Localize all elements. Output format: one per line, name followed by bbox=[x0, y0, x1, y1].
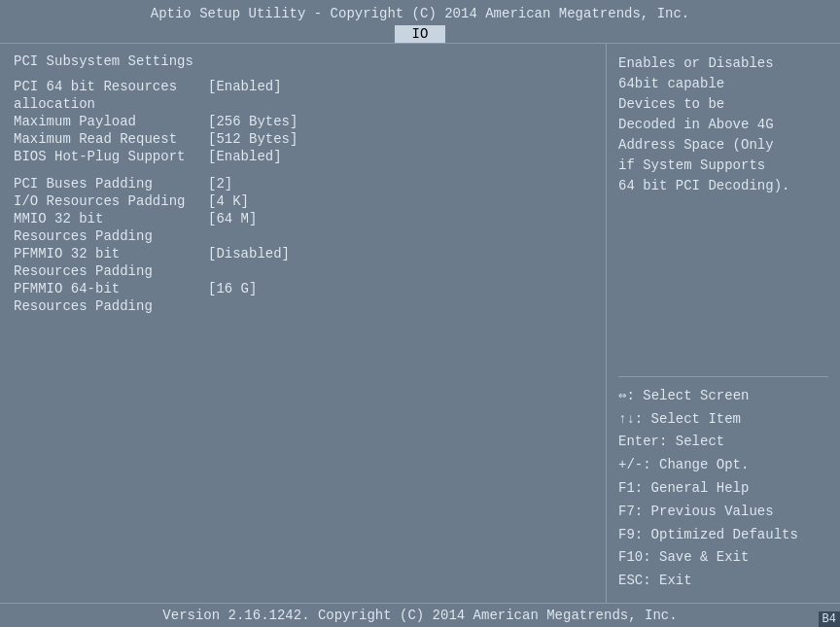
footer: Version 2.16.1242. Copyright (C) 2014 Am… bbox=[0, 603, 840, 627]
setting-row-payload: Maximum Payload [256 Bytes] bbox=[14, 114, 592, 129]
setting-label-mmio32-sub: Resources Padding bbox=[14, 228, 592, 244]
help-text: Enables or Disables 64bit capable Device… bbox=[618, 53, 828, 368]
setting-value-pfmmio32[interactable]: [Disabled] bbox=[208, 246, 290, 261]
setting-row-readreq: Maximum Read Request [512 Bytes] bbox=[14, 131, 592, 147]
shortcut-enter: Enter: Select bbox=[618, 431, 828, 454]
setting-label-pci64: PCI 64 bit Resources bbox=[14, 79, 208, 94]
setting-row-mmio32: MMIO 32 bit [64 M] bbox=[14, 211, 592, 226]
setting-value-mmio32[interactable]: [64 M] bbox=[208, 211, 257, 226]
setting-value-hotplug[interactable]: [Enabled] bbox=[208, 149, 282, 164]
footer-text: Version 2.16.1242. Copyright (C) 2014 Am… bbox=[162, 608, 677, 623]
shortcuts: ⇔: Select Screen ↑↓: Select Item Enter: … bbox=[618, 385, 828, 593]
shortcut-f7: F7: Previous Values bbox=[618, 501, 828, 524]
setting-label-hotplug: BIOS Hot-Plug Support bbox=[14, 149, 208, 164]
setting-row-ioresources: I/O Resources Padding [4 K] bbox=[14, 193, 592, 209]
setting-label-pfmmio64-sub: Resources Padding bbox=[14, 298, 592, 314]
left-panel: PCI Subsystem Settings PCI 64 bit Resour… bbox=[0, 44, 607, 603]
help-line-6: if System Supports bbox=[618, 156, 828, 176]
setting-value-pci64[interactable]: [Enabled] bbox=[208, 79, 282, 94]
help-line-1: Enables or Disables bbox=[618, 53, 828, 74]
header-title: Aptio Setup Utility - Copyright (C) 2014… bbox=[0, 4, 840, 23]
tab-bar: IO bbox=[0, 23, 840, 43]
tab-io[interactable]: IO bbox=[395, 25, 446, 43]
setting-row-hotplug: BIOS Hot-Plug Support [Enabled] bbox=[14, 149, 592, 164]
setting-row-pci64: PCI 64 bit Resources [Enabled] bbox=[14, 79, 592, 94]
setting-row-pfmmio64: PFMMIO 64-bit [16 G] bbox=[14, 281, 592, 296]
shortcut-f10: F10: Save & Exit bbox=[618, 546, 828, 570]
setting-label-pcibuses: PCI Buses Padding bbox=[14, 176, 208, 192]
setting-label-readreq: Maximum Read Request bbox=[14, 131, 208, 147]
setting-label-ioresources: I/O Resources Padding bbox=[14, 193, 208, 209]
setting-value-readreq[interactable]: [512 Bytes] bbox=[208, 131, 298, 147]
help-line-4: Decoded in Above 4G bbox=[618, 115, 828, 135]
setting-row-pfmmio32: PFMMIO 32 bit [Disabled] bbox=[14, 246, 592, 261]
setting-value-pcibuses[interactable]: [2] bbox=[208, 176, 232, 192]
shortcut-f9: F9: Optimized Defaults bbox=[618, 524, 828, 547]
help-line-3: Devices to be bbox=[618, 94, 828, 115]
help-line-2: 64bit capable bbox=[618, 74, 828, 94]
setting-value-ioresources[interactable]: [4 K] bbox=[208, 193, 249, 209]
main-content: PCI Subsystem Settings PCI 64 bit Resour… bbox=[0, 44, 840, 603]
setting-row-pcibuses: PCI Buses Padding [2] bbox=[14, 176, 592, 192]
setting-label-payload: Maximum Payload bbox=[14, 114, 208, 129]
setting-label-pfmmio32-sub: Resources Padding bbox=[14, 263, 592, 279]
shortcut-f1: F1: General Help bbox=[618, 477, 828, 501]
header: Aptio Setup Utility - Copyright (C) 2014… bbox=[0, 0, 840, 44]
right-panel: Enables or Disables 64bit capable Device… bbox=[607, 44, 840, 603]
setting-label-pfmmio64: PFMMIO 64-bit bbox=[14, 281, 208, 296]
help-line-7: 64 bit PCI Decoding). bbox=[618, 176, 828, 196]
section-title: PCI Subsystem Settings bbox=[14, 53, 592, 69]
setting-value-payload[interactable]: [256 Bytes] bbox=[208, 114, 298, 129]
shortcut-esc: ESC: Exit bbox=[618, 570, 828, 593]
setting-label-mmio32: MMIO 32 bit bbox=[14, 211, 208, 226]
help-line-5: Address Space (Only bbox=[618, 135, 828, 156]
footer-badge: B4 bbox=[819, 611, 840, 627]
setting-label-allocation: allocation bbox=[14, 96, 592, 112]
shortcut-select-screen: ⇔: Select Screen bbox=[618, 385, 828, 408]
app: Aptio Setup Utility - Copyright (C) 2014… bbox=[0, 0, 840, 627]
setting-value-pfmmio64[interactable]: [16 G] bbox=[208, 281, 257, 296]
setting-label-pfmmio32: PFMMIO 32 bit bbox=[14, 246, 208, 261]
divider bbox=[618, 376, 828, 377]
shortcut-select-item: ↑↓: Select Item bbox=[618, 408, 828, 432]
shortcut-change-opt: +/-: Change Opt. bbox=[618, 454, 828, 477]
